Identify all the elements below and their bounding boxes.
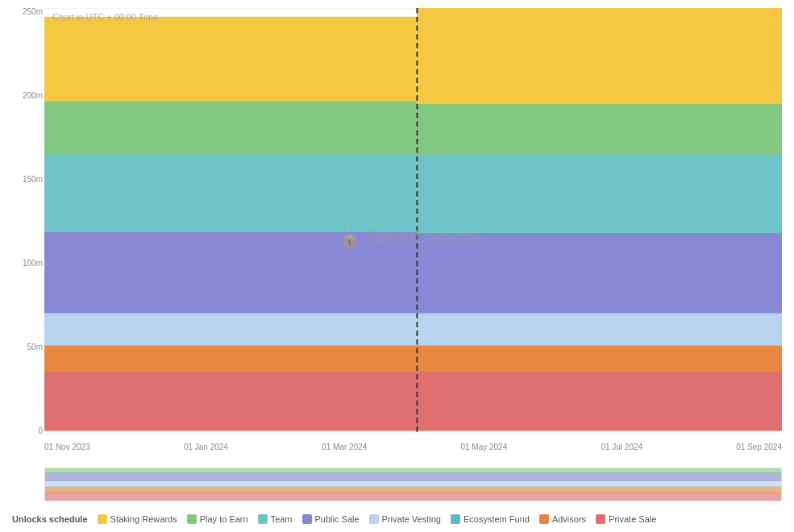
- private-vesting-legend-label: Private Vesting: [382, 514, 441, 524]
- private-sale-legend-label: Private Sale: [609, 514, 656, 524]
- svg-rect-6: [45, 493, 781, 501]
- x-label-jan: 01 Jan 2024: [184, 443, 228, 451]
- y-label-200: 200m: [4, 92, 43, 100]
- ecosystem-legend-label: Ecosystem Fund: [464, 514, 530, 524]
- staking-legend-dot: [98, 514, 107, 524]
- legend-public: Public Sale: [302, 514, 360, 524]
- staking-post: [417, 8, 782, 104]
- play-to-earn-bar: [44, 100, 782, 155]
- main-chart: Chart in UTC + 00:00 Time: [44, 8, 782, 435]
- team-bar-pre: [44, 152, 417, 232]
- advisors-legend-label: Advisors: [552, 514, 586, 524]
- legend-private-sale: Private Sale: [596, 514, 656, 524]
- y-label-50: 50m: [4, 343, 43, 351]
- legend-staking: Staking Rewards: [98, 514, 177, 524]
- svg-rect-8: [45, 480, 781, 487]
- staking-pre: [44, 17, 417, 102]
- watermark-text: 🔒 TokenUnlocks.: [339, 225, 488, 248]
- advisors-bar: [44, 343, 782, 372]
- play-legend-dot: [187, 514, 197, 524]
- public-legend-dot: [302, 514, 312, 524]
- minimap[interactable]: [44, 468, 782, 501]
- legend-ecosystem: Ecosystem Fund: [451, 514, 530, 524]
- svg-rect-9: [45, 472, 781, 481]
- private-sale-bar: [44, 370, 782, 431]
- x-label-sep: 01 Sep 2024: [736, 443, 782, 451]
- advisors-legend-dot: [539, 514, 549, 524]
- public-legend-label: Public Sale: [315, 514, 360, 524]
- y-axis: 250m 200m 150m 100m 50m 0: [4, 8, 43, 435]
- legend-team: Team: [258, 514, 293, 524]
- legend: Unlocks schedule Staking Rewards Play to…: [4, 510, 790, 528]
- ecosystem-legend-dot: [451, 514, 460, 524]
- minimap-svg: [45, 468, 781, 501]
- legend-advisors: Advisors: [539, 514, 586, 524]
- x-label-nov: 01 Nov 2023: [44, 443, 90, 451]
- private-vesting-legend-dot: [369, 514, 379, 524]
- team-legend-label: Team: [271, 514, 293, 524]
- svg-rect-7: [45, 486, 781, 493]
- chart-subtitle: Chart in UTC + 00:00 Time: [52, 12, 158, 22]
- chart-container: 250m 200m 150m 100m 50m 0 Chart in UTC +…: [0, 0, 794, 532]
- x-label-jul: 01 Jul 2024: [601, 443, 642, 451]
- x-label-mar: 01 Mar 2024: [322, 443, 367, 451]
- legend-title: Unlocks schedule: [12, 514, 88, 524]
- team-legend-dot: [258, 514, 268, 524]
- y-label-250: 250m: [4, 8, 43, 16]
- y-label-0: 0: [4, 427, 43, 435]
- legend-play: Play to Earn: [187, 514, 248, 524]
- y-label-100: 100m: [4, 260, 43, 268]
- play-legend-label: Play to Earn: [200, 514, 248, 524]
- x-label-may: 01 May 2024: [460, 443, 507, 451]
- y-label-150: 150m: [4, 176, 43, 184]
- staking-legend-label: Staking Rewards: [110, 514, 177, 524]
- x-axis: 01 Nov 2023 01 Jan 2024 01 Mar 2024 01 M…: [44, 443, 782, 451]
- private-vesting-bar: [44, 310, 782, 345]
- legend-private-vesting: Private Vesting: [369, 514, 441, 524]
- svg-rect-10: [45, 468, 781, 473]
- private-sale-legend-dot: [596, 514, 605, 524]
- chart-svg: Today 🔒 TokenUnlocks.: [44, 8, 782, 435]
